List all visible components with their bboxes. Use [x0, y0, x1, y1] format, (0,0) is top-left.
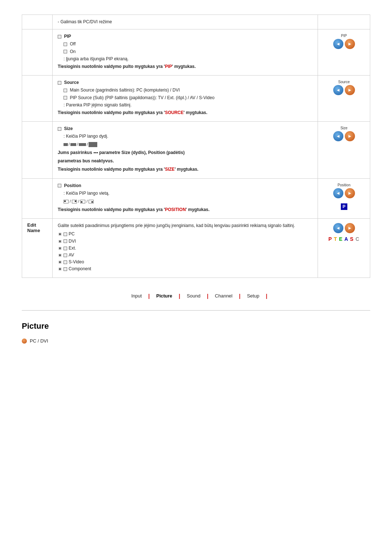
position-btn-right[interactable]: [345, 188, 355, 198]
pteasc-label: P T E A S C: [321, 236, 367, 242]
source-header: Source: [58, 79, 313, 86]
edit-name-btn-group: [321, 223, 367, 233]
position-content-cell: Position : Keičia PIP lango vietą. / / /: [53, 178, 318, 219]
size-btn-left[interactable]: [333, 131, 343, 141]
source-icon-label: Source: [321, 80, 367, 84]
position-header: Position: [58, 182, 313, 189]
size-checkbox: [58, 127, 61, 131]
pip-row: PIP Off On : Įjungia arba išjungia PIP e…: [22, 29, 370, 76]
size-row: Size : Keičia PIP lango dydį. / / / Jums…: [22, 122, 370, 179]
edit-name-btn-right[interactable]: [345, 223, 355, 233]
section-divider: [22, 310, 370, 311]
source-label-cell: [22, 76, 53, 122]
orange-dot-icon: [22, 339, 27, 344]
size-note1: : Keičia PIP lango dydį.: [58, 133, 313, 140]
pip-icon-group: PIP: [321, 34, 367, 49]
source-bold-note: Tiesioginis nuotolinio valdymo pulto myg…: [58, 109, 313, 116]
edit-name-content-cell: Galite suteikti pavadinimus prijungtiems…: [53, 219, 318, 278]
size-content-cell: Size : Keičia PIP lango dydį. / / / Jums…: [53, 122, 318, 179]
pip-on: On: [58, 48, 313, 55]
size-bar-4: [89, 142, 97, 147]
nav-sep-5: |: [266, 293, 267, 299]
edit-name-ext: Ext.: [58, 245, 313, 252]
edit-name-dvi: DVI: [58, 238, 313, 245]
top-note-content: - Galimas tik PC/DVI režime: [53, 15, 318, 29]
position-btn-pair: [321, 188, 367, 198]
source-sub2: PIP Source (Sub) (PIP šaltinis (papildom…: [58, 94, 313, 101]
pip-off-checkbox: [64, 42, 67, 46]
pip-label-cell: [22, 29, 53, 76]
pip-header: PIP: [58, 33, 313, 40]
source-content-cell: Source Main Source (pagrindinis šaltinis…: [53, 76, 318, 122]
pip-icon-cell: PIP: [318, 29, 370, 76]
pteasc-t: T: [334, 236, 338, 242]
picture-title: Picture: [22, 321, 370, 331]
p-square-container: P: [321, 203, 367, 210]
picture-subsection-pc-dvi: PC / DVI: [22, 338, 370, 344]
size-icon-label: Size: [321, 126, 367, 130]
nav-input[interactable]: Input: [125, 292, 148, 300]
pip-icon-label: PIP: [321, 34, 367, 38]
position-label-cell: [22, 178, 53, 219]
pteasc-p: P: [328, 236, 332, 242]
size-bar-2: [70, 143, 76, 146]
nav-setup[interactable]: Setup: [240, 292, 266, 300]
source-btn-pair: [321, 85, 367, 95]
main-content-table: - Galimas tik PC/DVI režime PIP Off On: [22, 15, 370, 278]
position-icon-set: / / /: [64, 198, 94, 205]
edit-name-icon-cell: P T E A S C: [318, 219, 370, 278]
edit-name-row: EditName Galite suteikti pavadinimus pri…: [22, 219, 370, 278]
pip-btn-right[interactable]: [345, 39, 355, 49]
edit-name-pc: PC: [58, 231, 313, 238]
position-note1: : Keičia PIP lango vietą.: [58, 190, 313, 197]
size-highlight: SIZE: [165, 167, 175, 172]
pteasc-s: S: [350, 236, 354, 242]
page-wrapper: - Galimas tik PC/DVI režime PIP Off On: [0, 0, 392, 361]
size-icons-row: / / /: [58, 141, 313, 149]
source-icon-cell: Source: [318, 76, 370, 122]
size-bold-note3: Tiesioginis nuotolinio valdymo pulto myg…: [58, 166, 313, 173]
size-bar-1: [64, 143, 68, 146]
nav-channel[interactable]: Channel: [208, 292, 239, 300]
top-note-row: - Galimas tik PC/DVI režime: [22, 15, 370, 29]
size-icon-cell: Size: [318, 122, 370, 179]
edit-name-desc: Galite suteikti pavadinimus prijungtiems…: [58, 222, 313, 229]
edit-name-list: PC DVI Ext. AV S-Video Compone: [58, 231, 313, 272]
position-btn-left[interactable]: [333, 188, 343, 198]
pip-checkbox: [58, 35, 61, 39]
edit-name-label: EditName: [27, 222, 40, 233]
pip-btn-pair: [321, 39, 367, 49]
edit-name-label-cell: EditName: [22, 219, 53, 278]
size-bold-note1: Jums pasirinkus ▪▪▪ parametre Size (dydi…: [58, 149, 313, 156]
edit-name-svideo: S-Video: [58, 259, 313, 266]
edit-name-btn-pair: [321, 223, 367, 233]
nav-sound[interactable]: Sound: [180, 292, 207, 300]
position-row: Position : Keičia PIP lango vietą. / / /: [22, 178, 370, 219]
size-header: Size: [58, 125, 313, 132]
position-bold-note: Tiesioginis nuotolinio valdymo pulto myg…: [58, 206, 313, 213]
source-btn-left[interactable]: [333, 85, 343, 95]
size-icon-group: Size: [321, 126, 367, 141]
size-bold-note2: parametras bus neaktyvus.: [58, 158, 313, 165]
source-highlight: SOURCE: [165, 110, 183, 115]
pip-content-cell: PIP Off On : Įjungia arba išjungia PIP e…: [53, 29, 318, 76]
source-row: Source Main Source (pagrindinis šaltinis…: [22, 76, 370, 122]
edit-name-btn-left[interactable]: [333, 223, 343, 233]
nav-bar: Input | Picture | Sound | Channel | Setu…: [22, 289, 370, 303]
size-btn-right[interactable]: [345, 131, 355, 141]
source-btn-right[interactable]: [345, 85, 355, 95]
size-btn-pair: [321, 131, 367, 141]
top-note-icon-cell: [318, 15, 370, 29]
pip-btn-left[interactable]: [333, 39, 343, 49]
position-icon-cell: Position P: [318, 178, 370, 219]
pip-highlight: PIP: [165, 64, 172, 69]
position-highlight: POSITION: [165, 207, 185, 212]
edit-name-component: Component: [58, 266, 313, 272]
position-icon-group: Position: [321, 183, 367, 198]
size-bar-3: [79, 143, 86, 146]
pc-dvi-label: PC / DVI: [30, 338, 48, 344]
size-label-cell: [22, 122, 53, 179]
p-square-icon: P: [341, 203, 347, 210]
nav-picture[interactable]: Picture: [150, 292, 179, 300]
pip-on-checkbox: [64, 50, 67, 53]
